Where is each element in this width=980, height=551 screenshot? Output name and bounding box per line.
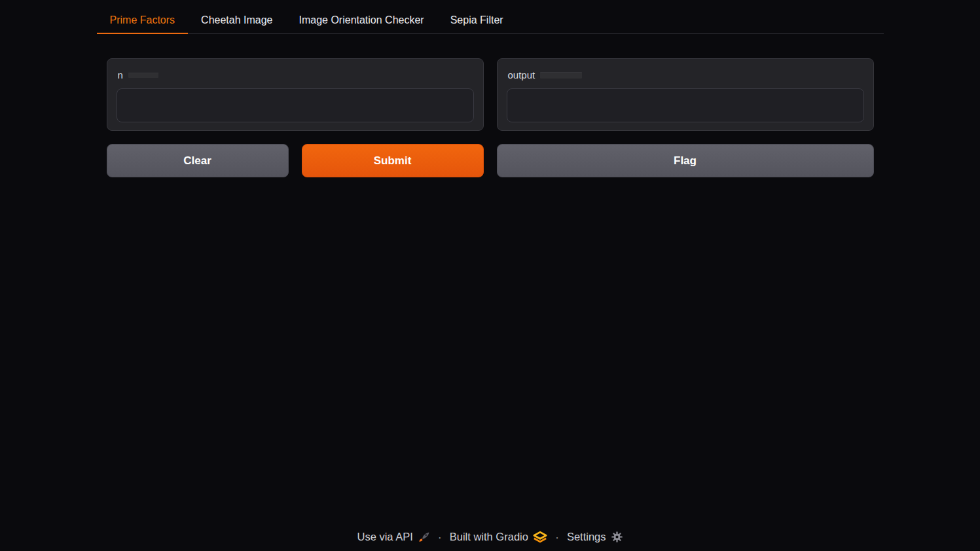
output-label-text: output	[508, 69, 535, 80]
flag-button[interactable]: Flag	[497, 144, 874, 177]
tab-nav: Prime Factors Cheetah Image Image Orient…	[97, 7, 884, 34]
gradio-app: Prime Factors Cheetah Image Image Orient…	[0, 0, 980, 551]
right-button-column: Flag	[497, 144, 874, 177]
left-button-column: Clear Submit	[107, 144, 484, 177]
label-ghost-artifact	[128, 73, 158, 78]
built-with-gradio-link[interactable]: Built with Gradio	[450, 531, 547, 543]
settings-label: Settings	[567, 531, 606, 543]
footer-separator: ·	[555, 531, 559, 543]
submit-button[interactable]: Submit	[302, 144, 484, 177]
tab-cheetah-image[interactable]: Cheetah Image	[188, 7, 285, 33]
output-field[interactable]	[507, 88, 864, 122]
footer: Use via API · Built with Gradio · Settin…	[0, 531, 980, 551]
input-block-label: n	[118, 69, 473, 80]
rocket-icon	[418, 531, 430, 543]
output-block-label: output	[508, 69, 863, 80]
input-block: n	[107, 58, 484, 131]
main-area: Prime Factors Cheetah Image Image Orient…	[0, 0, 980, 531]
tab-image-orientation-checker[interactable]: Image Orientation Checker	[285, 7, 437, 33]
n-input[interactable]	[117, 88, 474, 122]
label-ghost-artifact	[540, 72, 582, 79]
settings-link[interactable]: Settings	[567, 531, 623, 543]
input-label-text: n	[118, 69, 123, 80]
gear-icon	[611, 531, 623, 543]
footer-separator: ·	[438, 531, 442, 543]
built-with-gradio-label: Built with Gradio	[450, 531, 528, 543]
clear-button[interactable]: Clear	[107, 144, 289, 177]
tab-prime-factors[interactable]: Prime Factors	[97, 7, 189, 34]
output-block: output	[497, 58, 874, 131]
tab-panel-prime-factors: n output Clear	[97, 34, 884, 177]
button-row: Clear Submit Flag	[107, 144, 874, 177]
use-via-api-label: Use via API	[357, 531, 412, 543]
tab-sepia-filter[interactable]: Sepia Filter	[437, 7, 517, 33]
use-via-api-link[interactable]: Use via API	[357, 531, 429, 543]
gradio-logo-icon	[533, 531, 547, 543]
